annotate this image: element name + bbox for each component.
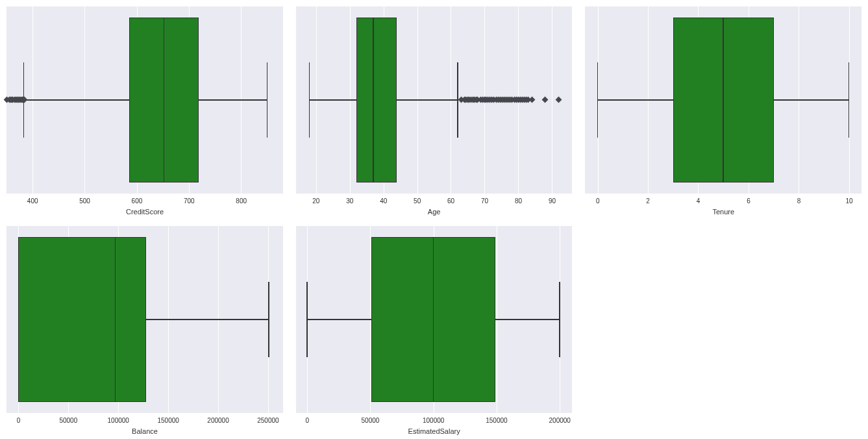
x-axis-label: EstimatedSalary: [296, 427, 573, 435]
tick-label: 100000: [423, 417, 444, 424]
whisker-cap-high: [559, 282, 560, 357]
iqr-box: [18, 237, 146, 401]
tick-label: 10: [845, 197, 852, 205]
tick-label: 100000: [108, 417, 129, 424]
tick-label: 40: [380, 197, 387, 205]
tick-label: 90: [549, 197, 556, 205]
tick-row: 050000100000150000200000: [296, 413, 573, 421]
tick-label: 150000: [486, 417, 507, 424]
median-line: [433, 237, 434, 401]
cell-balance: 050000100000150000200000250000Balance: [0, 220, 290, 439]
tick-row: 050000100000150000200000250000: [6, 413, 283, 421]
whisker-cap-low: [306, 282, 308, 357]
tick-label: 800: [236, 197, 247, 205]
x-axis-label: CreditScore: [6, 208, 283, 216]
x-axis: 0246810Tenure: [585, 194, 862, 220]
tick-label: 250000: [257, 417, 279, 424]
median-line: [115, 237, 116, 401]
tick-label: 30: [346, 197, 353, 205]
cell-empty: [578, 220, 868, 439]
tick-label: 500: [79, 197, 90, 205]
x-axis: 050000100000150000200000EstimatedSalary: [296, 413, 573, 439]
outlier-marker: [542, 97, 549, 103]
tick-label: 400: [27, 197, 38, 205]
tick-label: 6: [747, 197, 750, 205]
tick-label: 50: [414, 197, 421, 205]
cell-estimatedsalary: 050000100000150000200000EstimatedSalary: [290, 220, 579, 439]
x-axis: 050000100000150000200000250000Balance: [6, 413, 283, 439]
tick-label: 600: [132, 197, 143, 205]
x-axis-label: Tenure: [585, 208, 862, 216]
tick-label: 60: [447, 197, 454, 205]
tick-label: 150000: [157, 417, 179, 424]
x-axis-label: Balance: [6, 427, 283, 435]
tick-row: 400500600700800: [6, 194, 283, 201]
tick-label: 2: [646, 197, 650, 205]
plot-area: [296, 226, 573, 413]
tick-label: 20: [312, 197, 319, 205]
tick-row: 0246810: [585, 194, 862, 201]
x-axis: 2030405060708090Age: [296, 194, 573, 220]
tick-label: 0: [596, 197, 600, 205]
tick-label: 0: [305, 417, 309, 424]
tick-label: 200000: [207, 417, 229, 424]
tick-label: 200000: [549, 417, 571, 424]
tick-label: 50000: [362, 417, 380, 424]
tick-label: 0: [17, 417, 21, 424]
x-axis: 400500600700800CreditScore: [6, 194, 283, 220]
tick-label: 50000: [59, 417, 77, 424]
plot-area: [6, 226, 283, 413]
outlier-group: [296, 95, 573, 105]
whisker-cap-low: [597, 62, 599, 137]
tick-label: 80: [515, 197, 522, 205]
outlier-marker: [556, 97, 562, 103]
boxplot-grid: 400500600700800CreditScore 2030405060708…: [0, 0, 868, 439]
plot-area: [296, 6, 573, 194]
tick-label: 8: [797, 197, 801, 205]
tick-label: 70: [481, 197, 488, 205]
plot-area: [6, 6, 283, 194]
tick-label: 4: [697, 197, 701, 205]
tick-row: 2030405060708090: [296, 194, 573, 201]
cell-tenure: 0246810Tenure: [578, 0, 868, 220]
whisker-cap-high: [849, 62, 850, 137]
cell-creditscore: 400500600700800CreditScore: [0, 0, 290, 220]
median-line: [723, 18, 724, 182]
plot-area: [585, 6, 862, 194]
cell-age: 2030405060708090Age: [290, 0, 579, 220]
tick-label: 700: [184, 197, 195, 205]
outlier-group: [6, 95, 283, 105]
x-axis-label: Age: [296, 208, 573, 216]
whisker-cap-high: [268, 282, 269, 357]
